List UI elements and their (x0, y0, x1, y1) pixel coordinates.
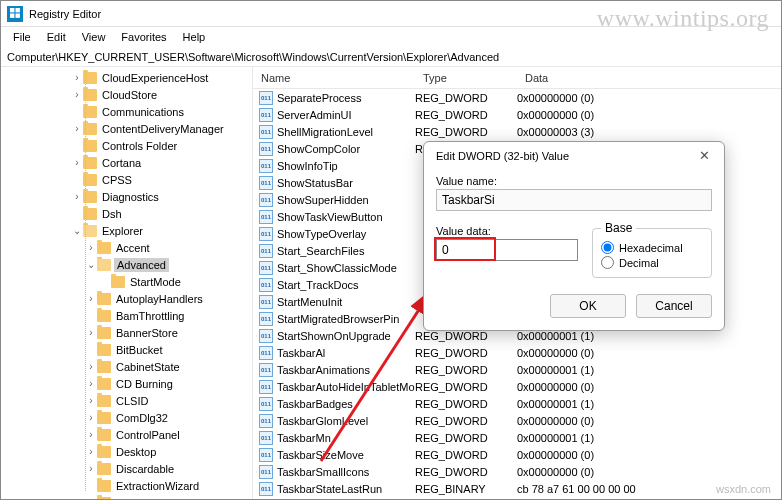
reg-value-icon: 011 (259, 159, 273, 173)
tree-item[interactable]: ·BitBucket (1, 341, 252, 358)
svg-rect-2 (10, 14, 14, 18)
tree-label: Dsh (100, 208, 124, 220)
list-row[interactable]: 011TaskbarSizeMoveREG_DWORD0x00000000 (0… (253, 446, 781, 463)
menu-favorites[interactable]: Favorites (113, 29, 174, 45)
reg-value-icon: 011 (259, 278, 273, 292)
address-bar[interactable]: Computer\HKEY_CURRENT_USER\Software\Micr… (1, 47, 781, 67)
value-type: REG_DWORD (415, 109, 517, 121)
tree-item[interactable]: ·ExtractionWizard (1, 477, 252, 494)
list-row[interactable]: 011TaskbarBadgesREG_DWORD0x00000001 (1) (253, 395, 781, 412)
list-row[interactable]: 011ShellMigrationLevelREG_DWORD0x0000000… (253, 123, 781, 140)
list-row[interactable]: 011WebViewREG_DWORD0x00000001 (1) (253, 497, 781, 499)
ok-button[interactable]: OK (550, 294, 626, 318)
tree-label: Communications (100, 106, 186, 118)
list-row[interactable]: 011SeparateProcessREG_DWORD0x00000000 (0… (253, 89, 781, 106)
tree-item[interactable]: ·BamThrottling (1, 307, 252, 324)
chevron-right-icon[interactable]: › (85, 412, 97, 423)
tree-item[interactable]: ·StartMode (1, 273, 252, 290)
tree-item[interactable]: ·Dsh (1, 205, 252, 222)
folder-icon (97, 327, 111, 339)
chevron-down-icon[interactable]: ⌄ (85, 259, 97, 270)
value-data: 0x00000001 (1) (517, 398, 781, 410)
chevron-right-icon[interactable]: › (85, 446, 97, 457)
chevron-right-icon[interactable]: › (85, 361, 97, 372)
list-row[interactable]: 011TaskbarGlomLevelREG_DWORD0x00000000 (… (253, 412, 781, 429)
chevron-right-icon[interactable]: › (85, 497, 97, 499)
folder-icon (97, 344, 111, 356)
folder-icon (97, 361, 111, 373)
tree-item[interactable]: ⌄Explorer (1, 222, 252, 239)
reg-value-icon: 011 (259, 91, 273, 105)
column-type[interactable]: Type (415, 69, 517, 87)
list-row[interactable]: 011TaskbarSmallIconsREG_DWORD0x00000000 … (253, 463, 781, 480)
value-name: ShowStatusBar (277, 177, 415, 189)
tree-item[interactable]: ›BannerStore (1, 324, 252, 341)
tree-item[interactable]: ›Desktop (1, 443, 252, 460)
close-icon[interactable]: ✕ (695, 148, 714, 163)
tree-item[interactable]: ›ControlPanel (1, 426, 252, 443)
tree-item[interactable]: ›Discardable (1, 460, 252, 477)
chevron-right-icon[interactable]: › (85, 293, 97, 304)
tree-label: Diagnostics (100, 191, 161, 203)
value-data: 0x00000000 (0) (517, 466, 781, 478)
tree-label: BitBucket (114, 344, 164, 356)
list-row[interactable]: 011TaskbarMnREG_DWORD0x00000001 (1) (253, 429, 781, 446)
radio-hex[interactable]: Hexadecimal (601, 241, 703, 254)
chevron-right-icon[interactable]: › (85, 327, 97, 338)
chevron-right-icon[interactable]: › (71, 191, 83, 202)
column-name[interactable]: Name (253, 69, 415, 87)
tree-item[interactable]: ›CD Burning (1, 375, 252, 392)
value-type: REG_DWORD (415, 449, 517, 461)
radio-dec[interactable]: Decimal (601, 256, 703, 269)
folder-icon (97, 412, 111, 424)
tree-item[interactable]: ›FeatureUsage (1, 494, 252, 499)
tree-item[interactable]: ·CPSS (1, 171, 252, 188)
tree-view[interactable]: ›CloudExperienceHost›CloudStore·Communic… (1, 67, 253, 499)
radio-dec-input[interactable] (601, 256, 614, 269)
value-name: TaskbarSizeMove (277, 449, 415, 461)
folder-icon (97, 497, 111, 500)
chevron-right-icon[interactable]: › (71, 123, 83, 134)
list-row[interactable]: 011ServerAdminUIREG_DWORD0x00000000 (0) (253, 106, 781, 123)
tree-item[interactable]: ›CLSID (1, 392, 252, 409)
chevron-down-icon[interactable]: ⌄ (71, 225, 83, 236)
list-row[interactable]: 011TaskbarAlREG_DWORD0x00000000 (0) (253, 344, 781, 361)
chevron-right-icon[interactable]: › (71, 89, 83, 100)
chevron-right-icon[interactable]: › (85, 378, 97, 389)
value-data-field[interactable] (436, 239, 578, 261)
tree-label: Desktop (114, 446, 158, 458)
radio-hex-input[interactable] (601, 241, 614, 254)
edit-dword-dialog: Edit DWORD (32-bit) Value ✕ Value name: … (423, 141, 725, 331)
list-row[interactable]: 011TaskbarStateLastRunREG_BINARYcb 78 a7… (253, 480, 781, 497)
menu-edit[interactable]: Edit (39, 29, 74, 45)
tree-label: Accent (114, 242, 152, 254)
menu-file[interactable]: File (5, 29, 39, 45)
chevron-right-icon[interactable]: › (85, 242, 97, 253)
tree-item[interactable]: ·Communications (1, 103, 252, 120)
tree-item[interactable]: ›ContentDeliveryManager (1, 120, 252, 137)
tree-item[interactable]: ›Cortana (1, 154, 252, 171)
tree-item[interactable]: ›ComDlg32 (1, 409, 252, 426)
column-data[interactable]: Data (517, 69, 781, 87)
chevron-right-icon[interactable]: › (71, 72, 83, 83)
tree-item[interactable]: ·Controls Folder (1, 137, 252, 154)
tree-item[interactable]: ›AutoplayHandlers (1, 290, 252, 307)
menu-view[interactable]: View (74, 29, 114, 45)
list-row[interactable]: 011TaskbarAnimationsREG_DWORD0x00000001 … (253, 361, 781, 378)
chevron-right-icon[interactable]: › (71, 157, 83, 168)
tree-item[interactable]: ⌄Advanced (1, 256, 252, 273)
chevron-right-icon[interactable]: › (85, 395, 97, 406)
tree-item[interactable]: ›CloudStore (1, 86, 252, 103)
list-row[interactable]: 011TaskbarAutoHideInTabletModeREG_DWORD0… (253, 378, 781, 395)
tree-item[interactable]: ›CabinetState (1, 358, 252, 375)
reg-value-icon: 011 (259, 431, 273, 445)
cancel-button[interactable]: Cancel (636, 294, 712, 318)
tree-item[interactable]: ›Diagnostics (1, 188, 252, 205)
chevron-right-icon[interactable]: › (85, 463, 97, 474)
menu-help[interactable]: Help (175, 29, 214, 45)
chevron-right-icon[interactable]: › (85, 429, 97, 440)
tree-item[interactable]: ›CloudExperienceHost (1, 69, 252, 86)
value-type: REG_DWORD (415, 466, 517, 478)
tree-item[interactable]: ›Accent (1, 239, 252, 256)
tree-label: StartMode (128, 276, 183, 288)
